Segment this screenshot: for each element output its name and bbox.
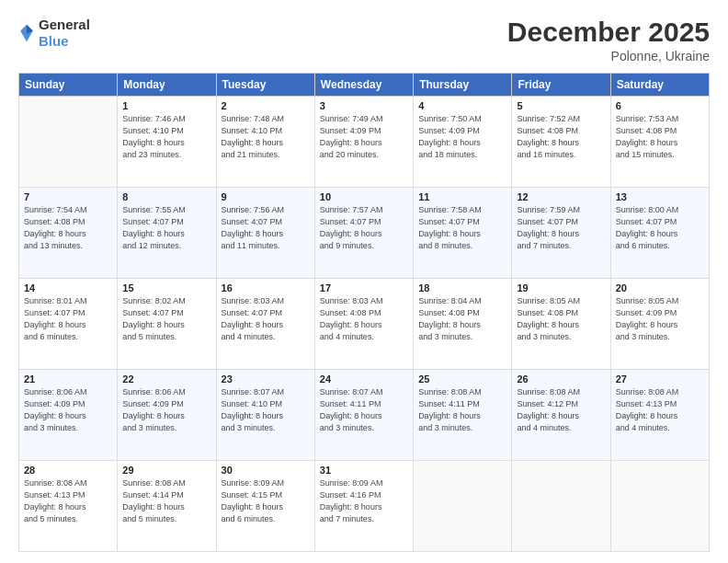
weekday-header-wednesday: Wednesday [314,74,413,97]
calendar-cell: 17Sunrise: 8:03 AMSunset: 4:08 PMDayligh… [314,279,413,370]
calendar-cell: 11Sunrise: 7:58 AMSunset: 4:07 PMDayligh… [414,188,512,279]
calendar-cell: 26Sunrise: 8:08 AMSunset: 4:12 PMDayligh… [512,370,610,461]
day-number: 25 [418,373,506,385]
day-number: 31 [320,465,408,476]
day-info: Sunrise: 8:00 AMSunset: 4:07 PMDaylight:… [616,204,704,252]
calendar-cell: 5Sunrise: 7:52 AMSunset: 4:08 PMDaylight… [512,97,610,188]
weekday-header-friday: Friday [512,74,610,97]
day-number: 4 [418,100,506,111]
calendar-cell: 21Sunrise: 8:06 AMSunset: 4:09 PMDayligh… [19,370,118,461]
day-number: 13 [616,191,704,202]
day-info: Sunrise: 8:02 AMSunset: 4:07 PMDaylight:… [122,295,210,343]
day-number: 2 [222,100,310,111]
day-info: Sunrise: 8:09 AMSunset: 4:15 PMDaylight:… [222,477,310,525]
calendar-cell [19,97,118,188]
day-number: 26 [517,373,605,385]
day-number: 9 [222,191,310,202]
day-number: 28 [24,465,112,476]
day-number: 5 [517,100,605,111]
day-info: Sunrise: 7:46 AMSunset: 4:10 PMDaylight:… [122,113,210,161]
day-number: 15 [122,282,210,293]
page-header: General Blue December 2025 Polonne, Ukra… [18,17,710,63]
day-info: Sunrise: 8:05 AMSunset: 4:09 PMDaylight:… [616,295,704,343]
day-number: 10 [320,191,408,202]
day-number: 30 [222,465,310,476]
day-number: 24 [320,373,408,385]
day-number: 8 [122,191,210,202]
logo-blue: Blue [39,33,69,49]
day-number: 3 [320,100,408,111]
day-info: Sunrise: 8:06 AMSunset: 4:09 PMDaylight:… [24,386,112,434]
calendar-cell: 25Sunrise: 8:08 AMSunset: 4:11 PMDayligh… [414,370,512,461]
day-number: 22 [122,373,210,385]
day-info: Sunrise: 7:56 AMSunset: 4:07 PMDaylight:… [222,204,310,252]
weekday-header-thursday: Thursday [414,74,512,97]
weekday-header-saturday: Saturday [610,74,709,97]
day-number: 17 [320,282,408,293]
day-info: Sunrise: 8:09 AMSunset: 4:16 PMDaylight:… [320,477,408,525]
calendar-cell: 15Sunrise: 8:02 AMSunset: 4:07 PMDayligh… [118,279,216,370]
day-number: 12 [517,191,605,202]
calendar-cell: 14Sunrise: 8:01 AMSunset: 4:07 PMDayligh… [19,279,118,370]
calendar-cell [414,461,512,552]
day-info: Sunrise: 8:07 AMSunset: 4:10 PMDaylight:… [222,386,310,434]
title-block: December 2025 Polonne, Ukraine [507,17,710,63]
day-info: Sunrise: 7:49 AMSunset: 4:09 PMDaylight:… [320,113,408,161]
logo-icon [18,23,35,43]
calendar-cell: 10Sunrise: 7:57 AMSunset: 4:07 PMDayligh… [314,188,413,279]
day-info: Sunrise: 8:07 AMSunset: 4:11 PMDaylight:… [320,386,408,434]
calendar-cell: 23Sunrise: 8:07 AMSunset: 4:10 PMDayligh… [216,370,314,461]
day-number: 21 [24,373,112,385]
day-number: 20 [616,282,704,293]
day-info: Sunrise: 7:55 AMSunset: 4:07 PMDaylight:… [122,204,210,252]
logo-general: General [39,17,90,32]
day-info: Sunrise: 8:08 AMSunset: 4:14 PMDaylight:… [122,477,210,525]
day-number: 23 [222,373,310,385]
day-info: Sunrise: 8:04 AMSunset: 4:08 PMDaylight:… [418,295,506,343]
day-info: Sunrise: 8:06 AMSunset: 4:09 PMDaylight:… [122,386,210,434]
calendar-week-row: 21Sunrise: 8:06 AMSunset: 4:09 PMDayligh… [19,370,710,461]
calendar-week-row: 1Sunrise: 7:46 AMSunset: 4:10 PMDaylight… [19,97,710,188]
day-info: Sunrise: 8:08 AMSunset: 4:12 PMDaylight:… [517,386,605,434]
calendar-cell: 24Sunrise: 8:07 AMSunset: 4:11 PMDayligh… [314,370,413,461]
day-info: Sunrise: 7:50 AMSunset: 4:09 PMDaylight:… [418,113,506,161]
day-number: 29 [122,465,210,476]
calendar-table: SundayMondayTuesdayWednesdayThursdayFrid… [18,73,710,552]
day-number: 27 [616,373,704,385]
day-number: 16 [222,282,310,293]
calendar-week-row: 14Sunrise: 8:01 AMSunset: 4:07 PMDayligh… [19,279,710,370]
day-number: 11 [418,191,506,202]
weekday-header-tuesday: Tuesday [216,74,314,97]
calendar-cell: 4Sunrise: 7:50 AMSunset: 4:09 PMDaylight… [414,97,512,188]
calendar-cell: 1Sunrise: 7:46 AMSunset: 4:10 PMDaylight… [118,97,216,188]
calendar-title: December 2025 [507,17,710,47]
calendar-cell: 3Sunrise: 7:49 AMSunset: 4:09 PMDaylight… [314,97,413,188]
day-info: Sunrise: 7:54 AMSunset: 4:08 PMDaylight:… [24,204,112,252]
calendar-cell: 2Sunrise: 7:48 AMSunset: 4:10 PMDaylight… [216,97,314,188]
day-info: Sunrise: 8:08 AMSunset: 4:11 PMDaylight:… [418,386,506,434]
calendar-cell: 8Sunrise: 7:55 AMSunset: 4:07 PMDaylight… [118,188,216,279]
calendar-cell: 7Sunrise: 7:54 AMSunset: 4:08 PMDaylight… [19,188,118,279]
calendar-cell: 28Sunrise: 8:08 AMSunset: 4:13 PMDayligh… [19,461,118,552]
calendar-cell: 20Sunrise: 8:05 AMSunset: 4:09 PMDayligh… [610,279,709,370]
day-info: Sunrise: 8:05 AMSunset: 4:08 PMDaylight:… [517,295,605,343]
calendar-cell: 30Sunrise: 8:09 AMSunset: 4:15 PMDayligh… [216,461,314,552]
calendar-week-row: 28Sunrise: 8:08 AMSunset: 4:13 PMDayligh… [19,461,710,552]
day-info: Sunrise: 8:08 AMSunset: 4:13 PMDaylight:… [24,477,112,525]
day-number: 18 [418,282,506,293]
day-number: 19 [517,282,605,293]
day-info: Sunrise: 8:01 AMSunset: 4:07 PMDaylight:… [24,295,112,343]
calendar-cell: 19Sunrise: 8:05 AMSunset: 4:08 PMDayligh… [512,279,610,370]
weekday-header-row: SundayMondayTuesdayWednesdayThursdayFrid… [19,74,710,97]
day-info: Sunrise: 7:48 AMSunset: 4:10 PMDaylight:… [222,113,310,161]
day-info: Sunrise: 7:52 AMSunset: 4:08 PMDaylight:… [517,113,605,161]
calendar-cell: 18Sunrise: 8:04 AMSunset: 4:08 PMDayligh… [414,279,512,370]
calendar-page: General Blue December 2025 Polonne, Ukra… [0,0,728,563]
calendar-cell: 22Sunrise: 8:06 AMSunset: 4:09 PMDayligh… [118,370,216,461]
logo-text: General Blue [39,17,90,50]
weekday-header-sunday: Sunday [19,74,118,97]
calendar-cell: 12Sunrise: 7:59 AMSunset: 4:07 PMDayligh… [512,188,610,279]
calendar-cell [610,461,709,552]
calendar-cell: 13Sunrise: 8:00 AMSunset: 4:07 PMDayligh… [610,188,709,279]
day-number: 14 [24,282,112,293]
